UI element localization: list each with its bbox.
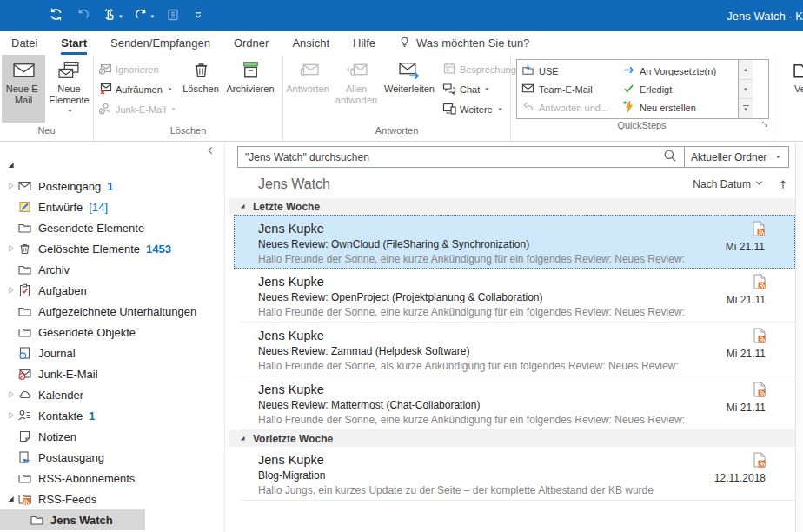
email-item[interactable]: Jens KupkeBlog-MigrationHallo Jungs, ein… xyxy=(225,447,795,501)
folder-label: Jens Watch xyxy=(50,514,113,527)
email-preview: Hallo Freunde der Sonne, eine kurze Ankü… xyxy=(258,413,701,428)
tab-hilfe[interactable]: Hilfe xyxy=(353,31,375,55)
folder-label: Archiv xyxy=(38,263,70,276)
tab-ansicht[interactable]: Ansicht xyxy=(292,31,329,55)
list-group-header[interactable]: Vorletzte Woche xyxy=(229,430,795,447)
sidebar-item-archiv[interactable]: Archiv xyxy=(0,259,224,280)
gallery-more-button[interactable]: ▼ xyxy=(739,99,753,118)
touch-mode-button[interactable]: ▾ xyxy=(102,7,123,24)
meeting-icon xyxy=(442,62,456,77)
email-item[interactable]: Jens KupkeNeues Review: Zammad (Helpdesk… xyxy=(225,323,795,376)
gallery-scroll-up-button[interactable]: ▲ xyxy=(739,60,753,80)
expanded-expander-icon[interactable] xyxy=(5,494,17,504)
address-book-button[interactable] xyxy=(166,8,180,24)
new-email-button[interactable]: Neue E-Mail xyxy=(2,55,45,123)
archive-icon xyxy=(239,59,262,80)
sort-by-dropdown[interactable]: Nach Datum xyxy=(693,177,765,191)
sidebar-item-gelöschte-elemente[interactable]: Gelöschte Elemente1453 xyxy=(0,238,224,259)
tab-start[interactable]: Start xyxy=(61,31,87,55)
lightbulb-icon xyxy=(398,36,411,51)
email-item[interactable]: Jens KupkeNeues Review: Mattermost (Chat… xyxy=(225,376,795,430)
sidebar-item-posteingang[interactable]: Posteingang1 xyxy=(0,176,224,196)
window-title: Jens Watch - K xyxy=(727,0,803,31)
rss-document-icon xyxy=(753,452,766,470)
sidebar-item-rss-abonnements[interactable]: RSS-Abonnements xyxy=(0,468,224,489)
sort-direction-icon[interactable] xyxy=(777,178,789,190)
dropdown-caret-icon xyxy=(66,106,74,117)
rss-document-icon xyxy=(753,382,766,400)
quickstep-an-vorgesetzte-n[interactable]: An Vorgesetzte(n) xyxy=(618,62,738,80)
redo-button[interactable]: ▾ xyxy=(135,8,155,24)
title-bar: ▾▾ Jens Watch - K xyxy=(0,0,803,31)
search-button[interactable] xyxy=(656,147,684,167)
sidebar-item-kalender[interactable]: Kalender xyxy=(0,384,224,405)
folder-label: Notizen xyxy=(38,430,76,443)
reply-button[interactable]: Antworten xyxy=(283,55,332,123)
qs-new-icon xyxy=(622,100,635,115)
search-scope-dropdown[interactable]: Aktueller Ordner xyxy=(684,147,788,167)
sidebar-item-junk-e-mail[interactable]: Junk-E-Mail xyxy=(0,363,224,384)
sidebar-item-journal[interactable]: Journal xyxy=(0,342,224,363)
sidebar-item-postausgang[interactable]: Postausgang xyxy=(0,447,224,468)
tell-me-box[interactable]: Was möchten Sie tun? xyxy=(398,31,529,55)
email-item[interactable]: Jens KupkeNeues Review: OwnCloud (FileSh… xyxy=(234,215,795,269)
tab-ordner[interactable]: Ordner xyxy=(234,31,269,55)
junk-button[interactable]: Junk-E-Mail xyxy=(94,99,179,119)
quickstep-erledigt[interactable]: Erledigt xyxy=(618,80,738,98)
list-group-header[interactable]: Letzte Woche xyxy=(229,198,795,215)
collapsed-expander-icon[interactable] xyxy=(5,181,17,191)
dialog-launcher-icon[interactable] xyxy=(760,120,770,133)
email-preview: Hallo Freunde der Sonne, eine kurze Ankü… xyxy=(258,252,700,267)
group-collapse-icon xyxy=(238,201,247,213)
tab-senden-empfangen[interactable]: Senden/Empfangen xyxy=(110,31,210,55)
customize-toolbar-button[interactable] xyxy=(192,9,204,23)
folder-label: Journal xyxy=(38,347,76,360)
sidebar-item-kontakte[interactable]: Kontakte1 xyxy=(0,405,224,426)
collapsed-expander-icon[interactable] xyxy=(5,285,17,296)
folder-label: Kalender xyxy=(38,389,83,402)
scrollbar-gutter[interactable] xyxy=(795,143,803,532)
archive-button[interactable]: Archivieren xyxy=(222,55,278,123)
quickstep-use[interactable]: USE xyxy=(517,62,618,80)
ignore-button[interactable]: Ignorieren xyxy=(94,59,179,79)
search-input[interactable]: "Jens Watch" durchsuchen xyxy=(238,147,656,167)
gallery-scroll-down-button[interactable]: ▼ xyxy=(739,80,753,100)
sidebar-item-jens-watch[interactable]: Jens Watch xyxy=(0,509,145,530)
new-items-button[interactable]: Neue Elemente xyxy=(45,55,93,123)
chat-button[interactable]: Chat xyxy=(438,79,513,99)
sidebar-item-gesendete-elemente[interactable]: Gesendete Elemente xyxy=(0,217,224,238)
trash-icon xyxy=(189,59,213,80)
collapsed-expander-icon[interactable] xyxy=(5,243,17,254)
meeting-button[interactable]: Besprechung xyxy=(438,59,513,79)
cleanup-button[interactable]: Aufräumen xyxy=(94,79,179,99)
sidebar-item-notizen[interactable]: Notizen xyxy=(0,426,224,447)
chat-icon xyxy=(442,82,456,97)
tab-datei[interactable]: Datei xyxy=(11,31,37,55)
sidebar-item-account[interactable] xyxy=(0,155,224,176)
sidebar-item-rss-feeds[interactable]: RSS-Feeds xyxy=(0,489,224,509)
more-reply-actions-button[interactable]: Weitere xyxy=(438,99,513,119)
quickstep-neu-erstellen[interactable]: Neu erstellen xyxy=(618,98,738,116)
quickstep-antworten-und[interactable]: Antworten und... xyxy=(517,98,618,116)
email-subject: Blog-Migration xyxy=(258,469,701,483)
sidebar-item-aufgezeichnete-unterhaltungen[interactable]: Aufgezeichnete Unterhaltungen xyxy=(0,301,224,322)
undo-button[interactable] xyxy=(76,8,90,24)
forward-button[interactable]: Weiterleiten xyxy=(381,55,438,123)
collapsed-expander-icon[interactable] xyxy=(5,389,17,400)
sidebar-item-entwürfe[interactable]: Entwürfe[14] xyxy=(0,196,224,217)
quickstep-team-e-mail[interactable]: Team-E-Mail xyxy=(517,80,618,98)
unread-count: [14] xyxy=(89,201,108,214)
sidebar-item-aufgaben[interactable]: Aufgaben xyxy=(0,280,224,301)
send-receive-button[interactable] xyxy=(49,7,63,24)
sidebar-item-gesendete-objekte[interactable]: Gesendete Objekte xyxy=(0,322,224,342)
email-item[interactable]: Jens KupkeNeues Review: OpenProject (Pro… xyxy=(225,269,795,323)
reply-all-button[interactable]: Allen antworten xyxy=(332,55,381,123)
expanded-expander-icon[interactable] xyxy=(5,160,17,170)
email-subject: Neues Review: Mattermost (Chat-Collabora… xyxy=(258,398,701,413)
address-book-icon xyxy=(166,8,180,24)
move-button[interactable]: Vers xyxy=(773,55,803,123)
collapsed-expander-icon[interactable] xyxy=(5,410,17,421)
delete-button[interactable]: Löschen xyxy=(179,55,222,123)
quicksteps-gallery-scroll: ▲ ▼ ▼ xyxy=(738,60,753,118)
email-date: Mi 21.11 xyxy=(727,402,766,414)
